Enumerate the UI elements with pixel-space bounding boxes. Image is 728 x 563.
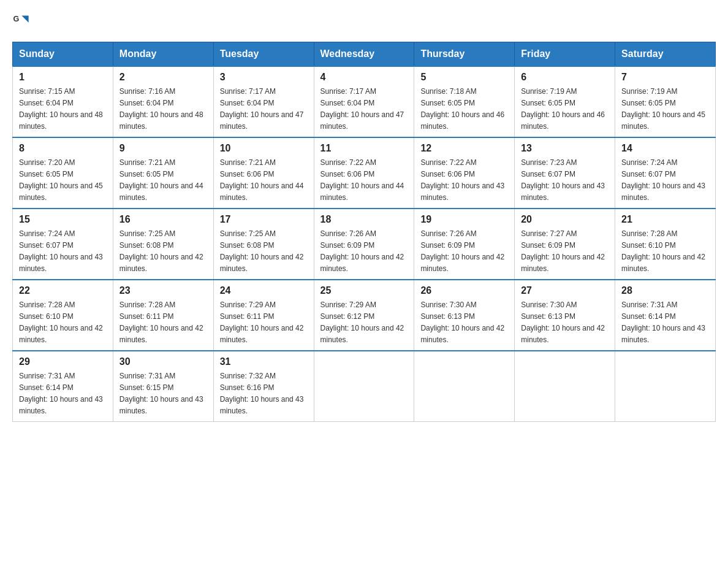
day-number: 8	[19, 143, 107, 154]
day-number: 1	[19, 72, 107, 83]
calendar-header-sunday: Sunday	[13, 42, 113, 67]
day-number: 7	[621, 72, 709, 83]
calendar-header-friday: Friday	[515, 42, 615, 67]
logo: G	[12, 12, 32, 29]
page-header: G	[12, 12, 716, 29]
day-info: Sunrise: 7:20 AMSunset: 6:05 PMDaylight:…	[19, 158, 103, 202]
day-number: 21	[621, 214, 709, 225]
calendar-day-cell: 7 Sunrise: 7:19 AMSunset: 6:05 PMDayligh…	[615, 66, 716, 137]
day-number: 3	[220, 72, 308, 83]
calendar-day-cell: 22 Sunrise: 7:28 AMSunset: 6:10 PMDaylig…	[13, 280, 113, 351]
calendar-day-cell: 25 Sunrise: 7:29 AMSunset: 6:12 PMDaylig…	[314, 280, 414, 351]
general-blue-logo-icon: G	[12, 12, 29, 29]
day-number: 13	[521, 143, 609, 154]
day-number: 19	[420, 214, 508, 225]
day-info: Sunrise: 7:19 AMSunset: 6:05 PMDaylight:…	[621, 87, 705, 131]
day-number: 14	[621, 143, 709, 154]
calendar-day-cell: 3 Sunrise: 7:17 AMSunset: 6:04 PMDayligh…	[213, 66, 314, 137]
calendar-day-cell: 30 Sunrise: 7:31 AMSunset: 6:15 PMDaylig…	[113, 351, 213, 422]
day-number: 5	[420, 72, 508, 83]
calendar-day-cell: 24 Sunrise: 7:29 AMSunset: 6:11 PMDaylig…	[213, 280, 314, 351]
day-number: 26	[420, 285, 508, 296]
day-info: Sunrise: 7:15 AMSunset: 6:04 PMDaylight:…	[19, 87, 103, 131]
day-number: 30	[119, 356, 207, 367]
calendar-day-cell: 4 Sunrise: 7:17 AMSunset: 6:04 PMDayligh…	[314, 66, 414, 137]
day-info: Sunrise: 7:32 AMSunset: 6:16 PMDaylight:…	[220, 372, 304, 415]
day-info: Sunrise: 7:17 AMSunset: 6:04 PMDaylight:…	[220, 87, 304, 131]
calendar-header-saturday: Saturday	[615, 42, 716, 67]
svg-text:G: G	[13, 15, 19, 23]
svg-marker-1	[21, 16, 28, 23]
day-info: Sunrise: 7:28 AMSunset: 6:11 PMDaylight:…	[119, 301, 203, 344]
calendar-day-cell: 28 Sunrise: 7:31 AMSunset: 6:14 PMDaylig…	[615, 280, 716, 351]
calendar-week-row: 15 Sunrise: 7:24 AMSunset: 6:07 PMDaylig…	[13, 209, 716, 280]
day-info: Sunrise: 7:25 AMSunset: 6:08 PMDaylight:…	[119, 229, 203, 273]
day-info: Sunrise: 7:17 AMSunset: 6:04 PMDaylight:…	[320, 87, 404, 131]
day-info: Sunrise: 7:28 AMSunset: 6:10 PMDaylight:…	[621, 229, 705, 273]
calendar-header-row: SundayMondayTuesdayWednesdayThursdayFrid…	[13, 42, 716, 67]
calendar-day-cell: 31 Sunrise: 7:32 AMSunset: 6:16 PMDaylig…	[213, 351, 314, 422]
day-number: 23	[119, 285, 207, 296]
day-info: Sunrise: 7:16 AMSunset: 6:04 PMDaylight:…	[119, 87, 203, 131]
calendar-day-cell: 20 Sunrise: 7:27 AMSunset: 6:09 PMDaylig…	[515, 209, 615, 280]
day-number: 31	[220, 356, 308, 367]
calendar-day-cell: 21 Sunrise: 7:28 AMSunset: 6:10 PMDaylig…	[615, 209, 716, 280]
calendar-day-cell: 9 Sunrise: 7:21 AMSunset: 6:05 PMDayligh…	[113, 137, 213, 209]
calendar-day-cell: 23 Sunrise: 7:28 AMSunset: 6:11 PMDaylig…	[113, 280, 213, 351]
calendar-day-cell: 11 Sunrise: 7:22 AMSunset: 6:06 PMDaylig…	[314, 137, 414, 209]
calendar-day-cell	[515, 351, 615, 422]
day-info: Sunrise: 7:28 AMSunset: 6:10 PMDaylight:…	[19, 301, 103, 344]
day-info: Sunrise: 7:30 AMSunset: 6:13 PMDaylight:…	[420, 301, 504, 344]
calendar-day-cell	[615, 351, 716, 422]
day-number: 2	[119, 72, 207, 83]
calendar-week-row: 1 Sunrise: 7:15 AMSunset: 6:04 PMDayligh…	[13, 66, 716, 137]
day-info: Sunrise: 7:21 AMSunset: 6:06 PMDaylight:…	[220, 158, 304, 202]
day-number: 20	[521, 214, 609, 225]
day-number: 24	[220, 285, 308, 296]
calendar-day-cell: 27 Sunrise: 7:30 AMSunset: 6:13 PMDaylig…	[515, 280, 615, 351]
calendar-day-cell: 18 Sunrise: 7:26 AMSunset: 6:09 PMDaylig…	[314, 209, 414, 280]
calendar-day-cell: 15 Sunrise: 7:24 AMSunset: 6:07 PMDaylig…	[13, 209, 113, 280]
calendar-day-cell: 8 Sunrise: 7:20 AMSunset: 6:05 PMDayligh…	[13, 137, 113, 209]
calendar-header-wednesday: Wednesday	[314, 42, 414, 67]
day-info: Sunrise: 7:22 AMSunset: 6:06 PMDaylight:…	[420, 158, 504, 202]
day-number: 10	[220, 143, 308, 154]
day-info: Sunrise: 7:25 AMSunset: 6:08 PMDaylight:…	[220, 229, 304, 273]
day-number: 12	[420, 143, 508, 154]
calendar-header-monday: Monday	[113, 42, 213, 67]
calendar-day-cell: 29 Sunrise: 7:31 AMSunset: 6:14 PMDaylig…	[13, 351, 113, 422]
day-info: Sunrise: 7:22 AMSunset: 6:06 PMDaylight:…	[320, 158, 404, 202]
calendar-day-cell: 26 Sunrise: 7:30 AMSunset: 6:13 PMDaylig…	[414, 280, 515, 351]
calendar-week-row: 8 Sunrise: 7:20 AMSunset: 6:05 PMDayligh…	[13, 137, 716, 209]
day-info: Sunrise: 7:30 AMSunset: 6:13 PMDaylight:…	[521, 301, 605, 344]
calendar-day-cell: 16 Sunrise: 7:25 AMSunset: 6:08 PMDaylig…	[113, 209, 213, 280]
day-info: Sunrise: 7:24 AMSunset: 6:07 PMDaylight:…	[19, 229, 103, 273]
day-info: Sunrise: 7:21 AMSunset: 6:05 PMDaylight:…	[119, 158, 203, 202]
day-number: 4	[320, 72, 408, 83]
calendar-day-cell: 10 Sunrise: 7:21 AMSunset: 6:06 PMDaylig…	[213, 137, 314, 209]
day-number: 17	[220, 214, 308, 225]
day-info: Sunrise: 7:18 AMSunset: 6:05 PMDaylight:…	[420, 87, 504, 131]
day-number: 29	[19, 356, 107, 367]
day-number: 25	[320, 285, 408, 296]
day-number: 18	[320, 214, 408, 225]
calendar-week-row: 22 Sunrise: 7:28 AMSunset: 6:10 PMDaylig…	[13, 280, 716, 351]
day-number: 27	[521, 285, 609, 296]
calendar-table: SundayMondayTuesdayWednesdayThursdayFrid…	[12, 42, 716, 422]
calendar-day-cell: 17 Sunrise: 7:25 AMSunset: 6:08 PMDaylig…	[213, 209, 314, 280]
calendar-day-cell	[314, 351, 414, 422]
day-info: Sunrise: 7:29 AMSunset: 6:12 PMDaylight:…	[320, 301, 404, 344]
day-info: Sunrise: 7:26 AMSunset: 6:09 PMDaylight:…	[320, 229, 404, 273]
calendar-day-cell: 1 Sunrise: 7:15 AMSunset: 6:04 PMDayligh…	[13, 66, 113, 137]
calendar-day-cell: 6 Sunrise: 7:19 AMSunset: 6:05 PMDayligh…	[515, 66, 615, 137]
day-number: 22	[19, 285, 107, 296]
calendar-day-cell: 19 Sunrise: 7:26 AMSunset: 6:09 PMDaylig…	[414, 209, 515, 280]
day-info: Sunrise: 7:29 AMSunset: 6:11 PMDaylight:…	[220, 301, 304, 344]
calendar-header-tuesday: Tuesday	[213, 42, 314, 67]
day-number: 9	[119, 143, 207, 154]
day-info: Sunrise: 7:26 AMSunset: 6:09 PMDaylight:…	[420, 229, 504, 273]
calendar-day-cell	[414, 351, 515, 422]
day-number: 28	[621, 285, 709, 296]
calendar-day-cell: 13 Sunrise: 7:23 AMSunset: 6:07 PMDaylig…	[515, 137, 615, 209]
day-number: 15	[19, 214, 107, 225]
